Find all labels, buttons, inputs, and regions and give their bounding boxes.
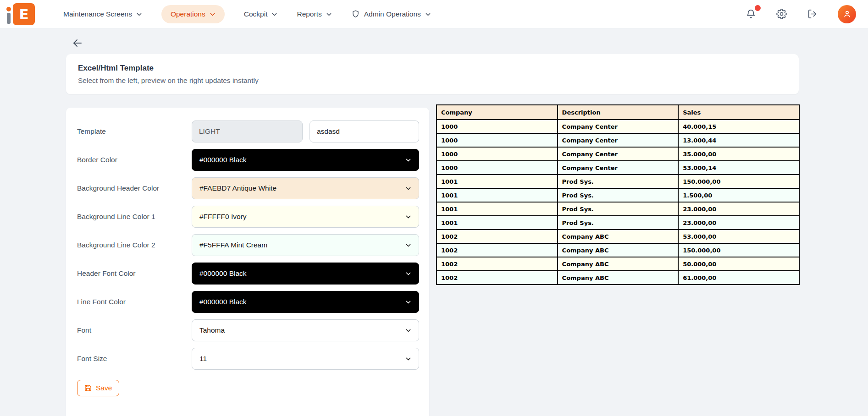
table-cell: Prod Sys. [558,216,679,230]
table-row: 1002Company ABC50.000,00 [437,257,799,271]
table-row: 1000Company Center13.000,44 [437,133,799,147]
background-header-color-select[interactable]: #FAEBD7 Antique White [192,177,419,199]
line-font-color-select[interactable]: #000000 Black [192,291,419,313]
template-code-input[interactable] [192,120,303,142]
app-logo[interactable]: E [6,3,35,25]
font-size-select[interactable]: 11 [192,348,419,370]
font-select[interactable]: Tahoma [192,319,419,341]
field-label: Line Font Color [77,298,192,306]
header-font-color-select[interactable]: #000000 Black [192,263,419,285]
menu-label: Reports [297,10,321,18]
menu-item-maintenance-screens[interactable]: Maintenance Screens [63,10,142,18]
table-cell: 23.000,00 [678,202,799,216]
chevron-down-icon [405,157,411,163]
logo-square: E [13,3,35,25]
table-cell: Company ABC [558,243,679,257]
table-cell: 13.000,44 [678,133,799,147]
page-title: Excel/Html Template [78,64,787,73]
table-cell: Prod Sys. [558,175,679,188]
table-cell: 1000 [437,147,558,161]
table-cell: Company Center [558,120,679,133]
chevron-down-icon [271,11,277,17]
border-color-select[interactable]: #000000 Black [192,149,419,171]
top-navbar: E Maintenance Screens Operations Cockpit… [0,0,868,28]
background-line-color-1-select[interactable]: #FFFFF0 Ivory [192,206,419,228]
chevron-down-icon [405,214,411,220]
field-label: Background Header Color [77,184,192,192]
settings-button[interactable] [776,9,787,19]
user-avatar[interactable] [838,5,856,23]
table-cell: Prod Sys. [558,202,679,216]
table-cell: 1001 [437,188,558,202]
template-name-input[interactable] [310,120,419,142]
field-label: Template [77,127,192,136]
save-button[interactable]: Save [77,380,119,396]
table-cell: 1002 [437,243,558,257]
navbar-actions [746,5,856,23]
table-cell: 1000 [437,133,558,147]
bell-icon [746,9,756,19]
field-label: Header Font Color [77,269,192,278]
select-value: 11 [199,355,207,363]
select-value: #000000 Black [199,298,247,306]
field-label: Font Size [77,355,192,363]
table-row: 1002Company ABC53.000,00 [437,230,799,243]
logo-stem [7,13,11,24]
form-field-font-size: Font Size11 [77,348,419,370]
table-row: 1002Company ABC150.000,00 [437,243,799,257]
menu-item-operations[interactable]: Operations [161,5,225,23]
back-button[interactable] [72,38,84,49]
save-icon [84,384,92,392]
table-cell: 150.000,00 [678,243,799,257]
preview-column-header: Sales [678,105,799,120]
table-row: 1001Prod Sys.23.000,00 [437,216,799,230]
table-cell: 53.000,00 [678,230,799,243]
table-cell: Company ABC [558,230,679,243]
chevron-down-icon [425,11,431,17]
select-value: #000000 Black [199,269,247,278]
chevron-down-icon [405,242,411,248]
table-cell: 1002 [437,230,558,243]
table-row: 1001Prod Sys.150.000,00 [437,175,799,188]
preview-table: CompanyDescriptionSales 1000Company Cent… [436,104,800,285]
table-row: 1002Company ABC61.000,00 [437,271,799,285]
template-preview: CompanyDescriptionSales 1000Company Cent… [436,104,800,285]
select-value: Tahoma [199,326,225,334]
chevron-down-icon [405,186,411,192]
logout-button[interactable] [807,9,818,19]
notification-dot [755,5,761,11]
table-cell: 61.000,00 [678,271,799,285]
shield-icon [351,10,360,18]
table-cell: 1001 [437,202,558,216]
back-arrow-icon [72,38,83,49]
table-cell: Company Center [558,161,679,175]
chevron-down-icon [405,328,411,334]
menu-item-reports[interactable]: Reports [297,10,332,18]
form-field-background-line-color-2: Background Line Color 2#F5FFFA Mint Crea… [77,234,419,256]
field-label: Background Line Color 1 [77,213,192,221]
chevron-down-icon [326,11,332,17]
select-value: #FFFFF0 Ivory [199,213,246,221]
page-subtitle: Select from the left, preview on the rig… [78,77,787,85]
background-line-color-2-select[interactable]: #F5FFFA Mint Cream [192,234,419,256]
preview-table-header: CompanyDescriptionSales [437,105,799,120]
form-field-border-color: Border Color#000000 Black [77,149,419,171]
select-value: #F5FFFA Mint Cream [199,241,267,249]
table-cell: 40.000,15 [678,120,799,133]
select-value: #FAEBD7 Antique White [199,184,276,192]
main-menu: Maintenance Screens Operations Cockpit R… [63,5,431,23]
form-field-font: FontTahoma [77,319,419,341]
template-form-card: Template Border Color#000000 BlackBackgr… [66,108,429,416]
notifications-button[interactable] [746,9,756,19]
menu-item-admin-operations[interactable]: Admin Operations [351,10,431,18]
content-row: Template Border Color#000000 BlackBackgr… [66,108,799,416]
menu-item-cockpit[interactable]: Cockpit [244,10,278,18]
table-row: 1000Company Center53.000,14 [437,161,799,175]
preview-table-body: 1000Company Center40.000,151000Company C… [437,120,799,285]
table-cell: Company Center [558,133,679,147]
table-cell: 50.000,00 [678,257,799,271]
table-cell: Company ABC [558,271,679,285]
gear-icon [776,9,787,19]
person-icon [842,9,852,19]
table-row: 1000Company Center35.000,00 [437,147,799,161]
